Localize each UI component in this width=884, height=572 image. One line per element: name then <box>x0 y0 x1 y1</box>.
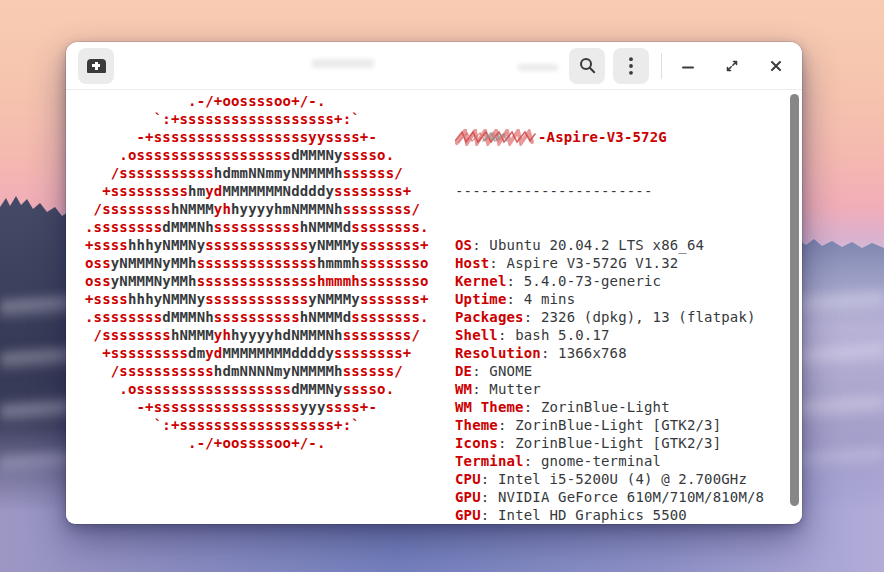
title-underline: ----------------------- <box>455 182 764 200</box>
hostname-text: -Aspire-V3-572G <box>538 128 667 146</box>
neofetch-title-line: -Aspire-V3-572G <box>455 128 764 146</box>
info-row-terminal: Terminal: gnome-terminal <box>455 452 764 470</box>
header-separator <box>661 53 662 79</box>
menu-button[interactable] <box>613 48 649 84</box>
info-row-wm: WM: Mutter <box>455 380 764 398</box>
erased-title-smudge <box>312 59 374 68</box>
new-tab-button[interactable] <box>78 48 114 84</box>
search-button[interactable] <box>569 48 605 84</box>
search-icon <box>579 57 596 74</box>
info-row-host: Host: Aspire V3-572G V1.32 <box>455 254 764 272</box>
close-button[interactable] <box>762 52 790 80</box>
erased-title-smudge <box>518 64 558 71</box>
minimize-button[interactable] <box>674 52 702 80</box>
info-row-packages: Packages: 2326 (dpkg), 13 (flatpak) <box>455 308 764 326</box>
new-tab-icon <box>87 59 106 73</box>
maximize-button[interactable] <box>718 52 746 80</box>
info-row-kernel: Kernel: 5.4.0-73-generic <box>455 272 764 290</box>
info-row-wm-theme: WM Theme: ZorinBlue-Light <box>455 398 764 416</box>
info-row-shell: Shell: bash 5.0.17 <box>455 326 764 344</box>
info-row-de: DE: GNOME <box>455 362 764 380</box>
info-row-gpu: GPU: NVIDIA GeForce 610M/710M/810M/8 <box>455 488 764 506</box>
neofetch-info: -Aspire-V3-572G ----------------------- … <box>455 92 764 523</box>
terminal-viewport[interactable]: .-/+oossssoo+/-. `:+ssssssssssssssssss+:… <box>66 90 802 523</box>
kebab-menu-icon <box>629 57 633 75</box>
info-row-gpu: GPU: Intel HD Graphics 5500 <box>455 506 764 523</box>
info-row-theme: Theme: ZorinBlue-Light [GTK2/3] <box>455 416 764 434</box>
terminal-window: .-/+oossssoo+/-. `:+ssssssssssssssssss+:… <box>66 42 802 524</box>
info-row-uptime: Uptime: 4 mins <box>455 290 764 308</box>
desktop: .-/+oossssoo+/-. `:+ssssssssssssssssss+:… <box>0 0 884 572</box>
header-bar <box>66 42 802 90</box>
minimize-icon <box>681 59 695 73</box>
scrollbar-thumb[interactable] <box>790 94 799 506</box>
info-row-icons: Icons: ZorinBlue-Light [GTK2/3] <box>455 434 764 452</box>
info-row-cpu: CPU: Intel i5-5200U (4) @ 2.700GHz <box>455 470 764 488</box>
close-icon <box>769 59 783 73</box>
info-row-os: OS: Ubuntu 20.04.2 LTS x86_64 <box>455 236 764 254</box>
maximize-icon <box>724 58 740 74</box>
info-row-resolution: Resolution: 1366x768 <box>455 344 764 362</box>
neofetch-ascii-logo: .-/+oossssoo+/-. `:+ssssssssssssssssss+:… <box>85 92 429 452</box>
redacted-username-scribble <box>455 129 537 146</box>
